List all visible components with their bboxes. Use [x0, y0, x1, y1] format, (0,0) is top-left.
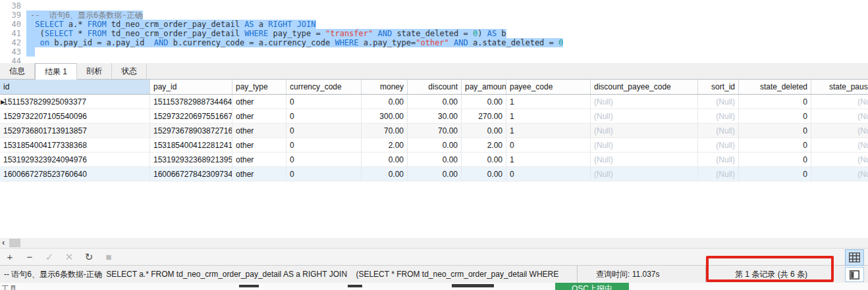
table-cell[interactable]: 0	[739, 109, 811, 124]
table-cell[interactable]: 0.00	[462, 167, 506, 181]
table-cell[interactable]: 0	[286, 124, 362, 138]
table-cell[interactable]: (Null)	[591, 167, 698, 181]
code-line[interactable]: 40 SELECT a.* FROM td_neo_crm_order_pay_…	[0, 20, 868, 29]
column-header-pay_amount[interactable]: pay_amount	[462, 80, 506, 94]
table-cell[interactable]: (Null)	[698, 109, 739, 124]
table-cell[interactable]: other	[232, 109, 286, 124]
stop-button[interactable]: ■	[99, 249, 119, 265]
table-cell[interactable]: 0.00	[462, 95, 506, 109]
column-header-state_deleted[interactable]: state_deleted	[739, 80, 811, 94]
table-cell[interactable]: 0	[506, 138, 591, 153]
table-cell[interactable]: other	[232, 167, 286, 181]
table-cell[interactable]: (Null)	[698, 95, 739, 109]
tab-profile[interactable]: 剖析	[77, 63, 112, 79]
table-cell[interactable]: 1531854004177338368	[0, 138, 150, 153]
table-cell[interactable]: 0.00	[408, 95, 462, 109]
code-line[interactable]: 39-- 语句6、显示6条数据-正确	[0, 11, 868, 20]
table-cell[interactable]: 1	[506, 153, 591, 167]
table-cell[interactable]: 1600667278423097344	[150, 167, 232, 181]
table-cell[interactable]: (Null)	[698, 153, 739, 167]
grid-view-button[interactable]	[845, 249, 864, 266]
table-cell[interactable]: 0	[286, 153, 362, 167]
code-line[interactable]: 41 (SELECT * FROM td_neo_crm_order_pay_d…	[0, 29, 868, 38]
column-header-state_paused[interactable]: state_paused	[811, 80, 868, 94]
table-cell[interactable]: 70.00	[408, 124, 462, 138]
table-cell[interactable]: 0	[739, 167, 811, 181]
table-cell[interactable]: (Null)	[811, 153, 868, 167]
apply-changes-button[interactable]: ✓	[40, 249, 59, 265]
table-cell[interactable]: 30.00	[408, 109, 462, 124]
table-cell[interactable]: 0	[739, 138, 811, 153]
column-header-discount[interactable]: discount	[408, 80, 462, 94]
table-cell[interactable]: 1531854004122812416	[150, 138, 232, 153]
table-cell[interactable]: (Null)	[591, 138, 698, 153]
table-cell[interactable]: 0	[286, 167, 362, 181]
column-header-payee_code[interactable]: payee_code	[506, 80, 591, 94]
h-scrollbar[interactable]: ‹	[0, 238, 868, 248]
table-cell[interactable]: 0	[739, 95, 811, 109]
table-cell[interactable]: (Null)	[811, 109, 868, 124]
refresh-button[interactable]: ↻	[79, 249, 99, 265]
table-cell[interactable]: 1	[506, 109, 591, 124]
column-header-money[interactable]: money	[362, 80, 408, 94]
table-cell[interactable]: (Null)	[591, 95, 698, 109]
table-cell[interactable]: 1529736789038727168	[150, 124, 232, 138]
table-cell[interactable]: 0	[286, 138, 362, 153]
table-cell[interactable]: 1529732207105540096	[0, 109, 150, 124]
table-cell[interactable]: other	[232, 95, 286, 109]
table-cell[interactable]: other	[232, 153, 286, 167]
table-cell[interactable]: 1	[506, 124, 591, 138]
table-cell[interactable]: (Null)	[591, 153, 698, 167]
table-cell[interactable]: (Null)	[591, 124, 698, 138]
table-cell[interactable]: 0	[286, 109, 362, 124]
table-cell[interactable]: 1	[506, 95, 591, 109]
table-cell[interactable]: 2.00	[462, 138, 506, 153]
tab-status[interactable]: 状态	[112, 63, 147, 79]
table-cell[interactable]: 0.00	[408, 153, 462, 167]
column-header-sort_id[interactable]: sort_id	[698, 80, 739, 94]
table-cell[interactable]: 0	[739, 153, 811, 167]
table-cell[interactable]: 0.00	[362, 153, 408, 167]
table-cell[interactable]: (Null)	[811, 138, 868, 153]
table-cell[interactable]: (Null)	[591, 109, 698, 124]
code-line[interactable]: 38	[0, 1, 868, 11]
column-header-discount_payee_code[interactable]: discount_payee_code	[591, 80, 698, 94]
table-cell[interactable]: 0	[286, 95, 362, 109]
scroll-thumb[interactable]	[9, 239, 20, 247]
code-line[interactable]: 42 on b.pay_id = a.pay_id AND b.currency…	[0, 38, 868, 47]
table-cell[interactable]: 300.00	[362, 109, 408, 124]
table-cell[interactable]: 270.00	[462, 109, 506, 124]
column-header-id[interactable]: id	[0, 80, 150, 94]
table-cell[interactable]: other	[232, 124, 286, 138]
table-cell[interactable]: (Null)	[698, 167, 739, 181]
table-cell[interactable]: 2.00	[362, 138, 408, 153]
table-cell[interactable]: 1531929323689213952	[150, 153, 232, 167]
column-header-currency_code[interactable]: currency_code	[286, 80, 362, 94]
column-header-pay_id[interactable]: pay_id	[150, 80, 232, 94]
table-cell[interactable]: (Null)	[811, 124, 868, 138]
table-cell[interactable]: 1531929323924094976	[0, 153, 150, 167]
table-cell[interactable]: 1529736801713913857	[0, 124, 150, 138]
table-cell[interactable]: 0.00	[362, 95, 408, 109]
table-cell[interactable]: other	[232, 138, 286, 153]
code-line[interactable]: 44	[0, 57, 868, 63]
scroll-left-icon[interactable]: ‹	[2, 238, 5, 248]
osc-badge-button[interactable]: OSC上报中	[555, 283, 629, 290]
table-cell[interactable]: 0	[739, 124, 811, 138]
column-header-pay_type[interactable]: pay_type	[232, 80, 286, 94]
table-cell[interactable]: 0.00	[408, 138, 462, 153]
table-cell[interactable]: 0	[506, 167, 591, 181]
table-cell[interactable]: 1529732206975516672	[150, 109, 232, 124]
tab-info[interactable]: 信息	[0, 63, 35, 79]
sql-editor[interactable]: 3839-- 语句6、显示6条数据-正确40 SELECT a.* FROM t…	[0, 0, 868, 63]
discard-changes-button[interactable]: ✕	[59, 249, 79, 265]
table-cell[interactable]: (Null)	[811, 95, 868, 109]
table-cell[interactable]: 0.00	[408, 167, 462, 181]
table-cell[interactable]: 1600667278523760640	[0, 167, 150, 181]
table-cell[interactable]: (Null)	[698, 124, 739, 138]
table-cell[interactable]: 1511537829887344640	[150, 95, 232, 109]
table-cell[interactable]: 0.00	[462, 153, 506, 167]
table-cell[interactable]: (Null)	[811, 167, 868, 181]
delete-record-button[interactable]: −	[20, 249, 40, 265]
table-cell[interactable]: 0.00	[462, 124, 506, 138]
